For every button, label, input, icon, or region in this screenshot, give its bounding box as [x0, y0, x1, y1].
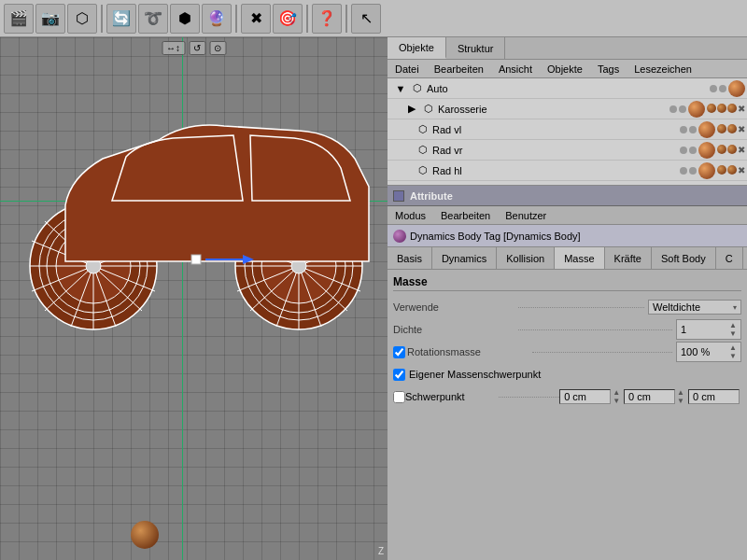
- list-item[interactable]: ⬡ Rad hl ✖: [388, 161, 747, 181]
- toolbar-icon-poly[interactable]: ⬢: [170, 4, 200, 34]
- viewport-axis-label: Z: [378, 546, 384, 556]
- obj-material-icon: [728, 80, 745, 97]
- toolbar-sep-3: [306, 5, 308, 33]
- masse-title: Masse: [393, 273, 741, 291]
- viewport-nav-btn-rotate[interactable]: ↺: [189, 41, 205, 55]
- attr-menu-bearbeiten[interactable]: Bearbeiten: [437, 210, 494, 221]
- toolbar-icon-target[interactable]: 🎯: [273, 4, 303, 34]
- coord-y-field[interactable]: 0 cm: [624, 389, 675, 404]
- tag-icons: ✖: [717, 145, 745, 155]
- schwerpunkt-row: Schwerpunkt 0 cm ▲ ▼ 0 cm ▲ ▼ 0 cm: [393, 386, 741, 407]
- spinner-down[interactable]: ▼: [677, 397, 684, 405]
- attr-dots: [532, 352, 672, 353]
- small-sphere-bottom: [131, 521, 159, 551]
- eigener-label: Eigener Massenschwerpunkt: [409, 369, 541, 380]
- attr-row-dichte: Dichte 1 ▲ ▼: [393, 319, 741, 340]
- obj-menu-tags[interactable]: Tags: [594, 63, 623, 75]
- spinner-down[interactable]: ▼: [729, 329, 737, 338]
- obj-material: [698, 121, 715, 138]
- eigener-checkbox[interactable]: [393, 369, 405, 381]
- tab-kollision[interactable]: Kollision: [497, 247, 555, 269]
- list-item[interactable]: ▶ ⬡ Karosserie ✖: [388, 99, 747, 119]
- list-item[interactable]: ⬡ Rad vl ✖: [388, 119, 747, 140]
- tag-icons: ✖: [707, 104, 745, 114]
- obj-menu-lesezeichen[interactable]: Lesezeichen: [630, 63, 696, 75]
- viewport-nav-btn-zoom[interactable]: ⊙: [209, 41, 226, 55]
- dot-1: [680, 167, 687, 175]
- tab-basis[interactable]: Basis: [388, 247, 432, 269]
- obj-material: [698, 162, 715, 179]
- dot-2: [689, 126, 697, 133]
- tag-sphere: [717, 124, 726, 133]
- main-layout: ↔↕ ↺ ⊙: [0, 37, 747, 560]
- toolbar-icon-help[interactable]: ❓: [312, 4, 342, 34]
- spinner-up[interactable]: ▲: [729, 343, 737, 352]
- rotationsmasse-checkbox[interactable]: [393, 346, 405, 358]
- toolbar-icon-arrow[interactable]: ↖: [351, 4, 381, 34]
- tab-masse[interactable]: Masse: [555, 247, 604, 269]
- coord-x-spinner: ▲ ▼: [613, 388, 620, 405]
- attr-row-verwende: Verwende Weltdichte ▾: [393, 297, 741, 317]
- tag-cross: ✖: [738, 124, 745, 134]
- tab-struktur[interactable]: Struktur: [446, 37, 506, 59]
- spinner-arrows: ▲ ▼: [729, 343, 737, 360]
- viewport[interactable]: ↔↕ ↺ ⊙: [0, 37, 388, 560]
- schwerpunkt-label: Schwerpunkt: [405, 391, 499, 402]
- tag-icons: ✖: [717, 165, 745, 175]
- viewport-nav-btn-move[interactable]: ↔↕: [162, 41, 185, 55]
- spinner-down[interactable]: ▼: [729, 352, 737, 360]
- toolbar-icon-cross[interactable]: ✖: [241, 4, 271, 34]
- tag-sphere: [727, 124, 737, 133]
- objekte-tabs: Objekte Struktur: [388, 37, 747, 60]
- tab-objekte[interactable]: Objekte: [388, 37, 446, 59]
- spinner-down[interactable]: ▼: [613, 397, 620, 405]
- dropdown-arrow[interactable]: ▾: [733, 303, 737, 312]
- obj-menu-ansicht[interactable]: Ansicht: [495, 63, 536, 75]
- toolbar-sep-2: [235, 5, 237, 33]
- list-item[interactable]: ⬡ Rad vr ✖: [388, 140, 747, 161]
- coord-x-field[interactable]: 0 cm: [559, 389, 611, 404]
- svg-rect-26: [191, 255, 201, 264]
- obj-type-icon: ⬡: [416, 163, 430, 178]
- tab-softbody[interactable]: Soft Body: [652, 247, 716, 269]
- toolbar-icon-hex[interactable]: ⬡: [67, 4, 97, 34]
- attr-dots: [518, 307, 644, 308]
- coord-z-field[interactable]: 0 cm: [688, 389, 740, 404]
- eigener-checkbox-row: Eigener Massenschwerpunkt: [393, 364, 741, 385]
- dichte-spinner[interactable]: 1 ▲ ▼: [676, 319, 741, 340]
- spinner-up[interactable]: ▲: [613, 388, 620, 397]
- obj-name: Rad vr: [432, 145, 680, 156]
- schwerpunkt-checkbox[interactable]: [393, 391, 405, 403]
- tab-kraefte[interactable]: Kräfte: [605, 247, 652, 269]
- attr-menu-benutzer[interactable]: Benutzer: [501, 210, 550, 221]
- tag-sphere-1: [707, 104, 716, 113]
- obj-menu-bearbeiten[interactable]: Bearbeiten: [430, 63, 487, 75]
- spinner-up[interactable]: ▲: [677, 388, 684, 397]
- viewport-nav: ↔↕ ↺ ⊙: [162, 41, 226, 55]
- tab-dynamics[interactable]: Dynamics: [432, 247, 497, 269]
- toolbar-icon-film[interactable]: 🎬: [4, 4, 34, 34]
- spinner-up[interactable]: ▲: [729, 321, 737, 329]
- attribute-title: Attribute: [410, 190, 453, 202]
- tab-c[interactable]: C: [716, 247, 743, 269]
- toolbar-icon-rotate[interactable]: 🔄: [106, 4, 136, 34]
- tag-sphere: [727, 145, 737, 154]
- list-item[interactable]: ▼ ⬡ Auto: [388, 78, 747, 99]
- obj-material-karosserie: [688, 101, 705, 118]
- toolbar-icon-sphere[interactable]: 🔮: [202, 4, 232, 34]
- toolbar-icon-box[interactable]: 📷: [35, 4, 65, 34]
- toolbar-icon-loop[interactable]: ➰: [138, 4, 168, 34]
- attribute-menubar: Modus Bearbeiten Benutzer: [388, 206, 747, 225]
- obj-menu-objekte[interactable]: Objekte: [543, 63, 586, 75]
- attr-menu-modus[interactable]: Modus: [391, 210, 430, 221]
- tag-sphere-2: [717, 104, 726, 113]
- expand-icon: ▶: [404, 102, 419, 117]
- rotationsmasse-spinner[interactable]: 100 % ▲ ▼: [676, 342, 741, 362]
- obj-dots: [680, 147, 697, 154]
- dot-2: [689, 147, 697, 154]
- tag-sphere: [727, 165, 737, 175]
- obj-type-icon: ⬡: [416, 143, 430, 158]
- verwende-dropdown[interactable]: Weltdichte ▾: [648, 300, 741, 315]
- car-scene: [19, 75, 374, 373]
- obj-menu-datei[interactable]: Datei: [391, 63, 423, 75]
